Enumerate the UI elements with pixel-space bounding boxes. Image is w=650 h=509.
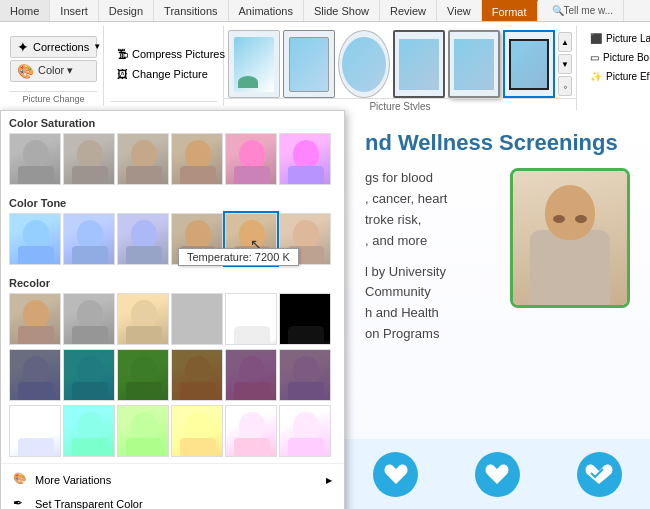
ribbon-group-adjust: ✦ Corrections ▼ 🎨 Color ▾ Picture Change (4, 26, 104, 106)
saturation-5[interactable] (279, 133, 331, 185)
slide-body: gs for blood , cancer, heart troke risk,… (365, 168, 630, 344)
styles-scroll-arrows: ▲ ▼ ⬦ (558, 32, 572, 96)
recolor-lt4[interactable] (171, 405, 223, 457)
tab-tell-me[interactable]: 🔍 Tell me w... (542, 0, 624, 21)
style-thumb-5[interactable] (448, 30, 500, 98)
tone-2[interactable] (117, 213, 169, 265)
adjust-controls: ✦ Corrections ▼ 🎨 Color ▾ (10, 26, 97, 91)
recolor-dark6[interactable] (279, 349, 331, 401)
saturation-1[interactable] (63, 133, 115, 185)
set-transparent-item[interactable]: ✒ Set Transparent Color (1, 492, 344, 509)
more-variations-item[interactable]: 🎨 More Variations ▶ (1, 468, 344, 492)
recolor-sepia[interactable] (117, 293, 169, 345)
recolor-dark5[interactable] (225, 349, 277, 401)
heart-icon-2 (475, 452, 520, 497)
tab-format[interactable]: Format (482, 0, 538, 21)
heart-icon-3 (577, 452, 622, 497)
tone-title: Color Tone (9, 197, 336, 209)
ribbon-tab-bar: Home Insert Design Transitions Animation… (0, 0, 650, 22)
recolor-dark3[interactable] (117, 349, 169, 401)
tab-animations[interactable]: Animations (229, 0, 304, 21)
recolor-black-white[interactable] (225, 293, 277, 345)
saturation-section: Color Saturation (1, 111, 344, 191)
recolor-dark1[interactable] (9, 349, 61, 401)
recolor-lt3[interactable] (117, 405, 169, 457)
style-thumb-1[interactable] (228, 30, 280, 98)
corrections-button[interactable]: ✦ Corrections ▼ (10, 36, 97, 58)
recolor-washout[interactable] (171, 293, 223, 345)
recolor-grayscale[interactable] (63, 293, 115, 345)
recolor-grid-3 (9, 405, 336, 457)
color-panel-menu: 🎨 More Variations ▶ ✒ Set Transparent Co… (1, 463, 344, 509)
submenu-arrow: ▶ (326, 476, 332, 485)
recolor-grid-1 (9, 293, 336, 345)
transparent-icon: ✒ (13, 496, 29, 509)
style-thumb-2[interactable] (283, 30, 335, 98)
compress-icon: 🗜 (117, 48, 128, 60)
ribbon: Home Insert Design Transitions Animation… (0, 0, 650, 111)
recolor-lt6[interactable] (279, 405, 331, 457)
ribbon-body: ✦ Corrections ▼ 🎨 Color ▾ Picture Change… (0, 22, 650, 110)
change-picture-icon: 🖼 (117, 68, 128, 80)
heart-icon-1 (373, 452, 418, 497)
person-glasses-r (575, 215, 587, 223)
person-figure (513, 171, 627, 305)
picture-controls: 🗜 Compress Pictures 🖼 Change Picture (110, 26, 217, 101)
scroll-up-arrow[interactable]: ▲ (558, 32, 572, 52)
layout-icon: ⬛ (590, 33, 602, 44)
tab-review[interactable]: Review (380, 0, 437, 21)
scroll-expand-arrow[interactable]: ⬦ (558, 76, 572, 96)
recolor-dark2[interactable] (63, 349, 115, 401)
style-thumb-3[interactable] (338, 30, 390, 98)
corrections-icon: ✦ (17, 39, 29, 55)
recolor-lt2[interactable] (63, 405, 115, 457)
recolor-no[interactable] (9, 293, 61, 345)
compress-pictures-button[interactable]: 🗜 Compress Pictures (110, 45, 217, 63)
recolor-dark4[interactable] (171, 349, 223, 401)
tab-transitions[interactable]: Transitions (154, 0, 228, 21)
recolor-grid-2 (9, 349, 336, 401)
person-glasses-l (553, 215, 565, 223)
style-thumb-6[interactable] (503, 30, 555, 98)
slide-bottom-icons (345, 439, 650, 509)
styles-row: ▲ ▼ ⬦ (224, 26, 576, 98)
slide-title: nd Wellness Screenings (365, 130, 630, 156)
recolor-lt1[interactable] (9, 405, 61, 457)
corrections-dropdown-icon: ▼ (93, 42, 101, 51)
saturation-0[interactable] (9, 133, 61, 185)
saturation-3[interactable] (171, 133, 223, 185)
tab-insert[interactable]: Insert (50, 0, 99, 21)
tab-home[interactable]: Home (0, 0, 50, 21)
tooltip: Temperature: 7200 K (178, 248, 299, 266)
change-picture-button[interactable]: 🖼 Change Picture (110, 65, 217, 83)
effects-icon: ✨ (590, 71, 602, 82)
color-button[interactable]: 🎨 Color ▾ (10, 60, 97, 82)
saturation-grid (9, 133, 336, 185)
picture-group-label (110, 101, 217, 106)
ribbon-group-picture: 🗜 Compress Pictures 🖼 Change Picture (104, 26, 224, 106)
scroll-down-arrow[interactable]: ▼ (558, 54, 572, 74)
tone-0[interactable] (9, 213, 61, 265)
search-icon: 🔍 (552, 5, 564, 16)
more-variations-icon: 🎨 (13, 472, 29, 488)
picture-effects-button[interactable]: ✨ Picture Effects (583, 68, 650, 85)
color-panel: Color Saturation Color Tone ↖ Recolor (0, 110, 345, 509)
picture-styles-group: ▲ ▼ ⬦ Picture Styles (224, 26, 577, 114)
recolor-lt5[interactable] (225, 405, 277, 457)
saturation-4[interactable] (225, 133, 277, 185)
tab-view[interactable]: View (437, 0, 482, 21)
style-thumb-4[interactable] (393, 30, 445, 98)
recolor-black-white-inv[interactable] (279, 293, 331, 345)
tab-design[interactable]: Design (99, 0, 154, 21)
tone-1[interactable] (63, 213, 115, 265)
recolor-title: Recolor (9, 277, 336, 289)
slide-text: gs for blood , cancer, heart troke risk,… (365, 168, 498, 344)
border-icon: ▭ (590, 52, 599, 63)
tab-slideshow[interactable]: Slide Show (304, 0, 380, 21)
saturation-title: Color Saturation (9, 117, 336, 129)
ribbon-group-right: ⬛ Picture Layout ▭ Picture Border ✨ Pict… (577, 26, 650, 89)
saturation-2[interactable] (117, 133, 169, 185)
adjust-group-label: Picture Change (10, 91, 97, 106)
picture-layout-button[interactable]: ⬛ Picture Layout (583, 30, 650, 47)
picture-border-button[interactable]: ▭ Picture Border (583, 49, 650, 66)
